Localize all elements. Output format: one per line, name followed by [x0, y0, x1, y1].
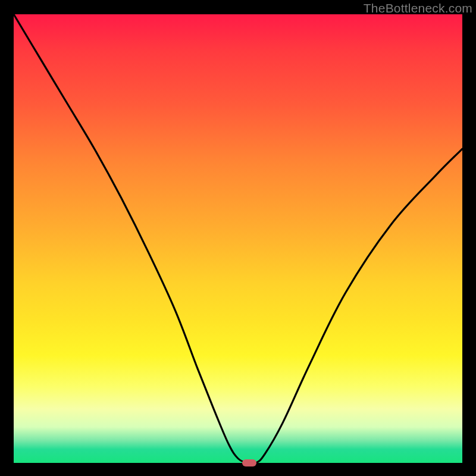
minimum-marker: [242, 459, 256, 466]
watermark-text: TheBottleneck.com: [364, 1, 472, 15]
bottleneck-curve: [14, 14, 462, 463]
chart-plot-area: [14, 14, 462, 463]
chart-frame: TheBottleneck.com: [0, 0, 476, 476]
curve-path: [14, 14, 462, 463]
